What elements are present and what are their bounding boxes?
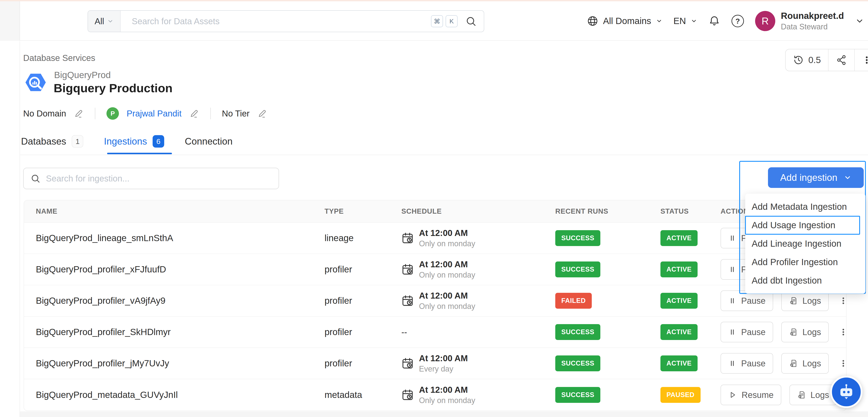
recent-run-badge[interactable]: SUCCESS (555, 355, 600, 371)
schedule-time: At 12:00 AM (419, 353, 468, 363)
row-menu-kebab-icon[interactable] (839, 296, 846, 305)
calendar-clock-icon (401, 357, 414, 370)
logs-icon (789, 328, 798, 336)
tab-label: Ingestions (104, 136, 147, 147)
edit-owner-pencil-icon[interactable] (189, 108, 199, 119)
version-label: 0.5 (808, 55, 821, 65)
table-header-row: NAME TYPE SCHEDULE RECENT RUNS STATUS AC… (24, 200, 846, 223)
recent-run-badge[interactable]: SUCCESS (555, 261, 600, 277)
recent-run-badge[interactable]: FAILED (555, 293, 592, 309)
ingestion-schedule: At 12:00 AM Every day (401, 353, 555, 374)
tab-connection[interactable]: Connection (185, 136, 233, 147)
user-role: Data Steward (781, 22, 844, 31)
owner-name[interactable]: Prajwal Pandit (127, 109, 182, 119)
edit-tier-pencil-icon[interactable] (257, 108, 267, 119)
recent-run-badge[interactable]: SUCCESS (555, 324, 600, 340)
search-scope-dropdown[interactable]: All (88, 11, 121, 32)
logs-icon (789, 296, 798, 305)
logs-button[interactable]: Logs (789, 385, 837, 405)
tab-databases[interactable]: Databases 1 (21, 135, 83, 148)
tab-ingestions[interactable]: Ingestions 6 (104, 135, 164, 148)
logs-icon (797, 391, 806, 399)
schedule-time: -- (401, 327, 407, 337)
menu-item[interactable]: Add dbt Ingestion (745, 271, 865, 290)
pause-resume-button[interactable]: Pause (720, 322, 773, 342)
more-options-kebab-icon[interactable] (855, 49, 868, 71)
domains-dropdown[interactable]: All Domains (587, 15, 662, 27)
table-row: BigQueryProd_profiler_xFJfuufD profiler … (24, 254, 846, 285)
search-icon[interactable] (465, 15, 476, 27)
chevron-down-icon (656, 18, 662, 24)
search-shortcut-group: ⌘ K (431, 15, 476, 27)
tab-count-badge: 6 (153, 135, 164, 148)
add-ingestion-label: Add ingestion (780, 172, 838, 183)
ingestion-type: profiler (324, 327, 401, 337)
ingestion-name[interactable]: BigQueryProd_metadata_GUVyJnIl (36, 390, 324, 400)
column-header-schedule: SCHEDULE (401, 207, 555, 215)
global-search-input[interactable] (121, 17, 431, 26)
share-button[interactable] (829, 49, 855, 71)
chat-bot-button[interactable] (830, 376, 862, 408)
chevron-down-icon[interactable] (855, 17, 864, 26)
page-bottom-band (20, 411, 868, 417)
schedule-time: At 12:00 AM (419, 385, 475, 395)
divider (210, 108, 211, 119)
domains-label: All Domains (603, 16, 651, 26)
user-profile-menu[interactable]: R Rounakpreet.d Data Steward (755, 11, 844, 31)
ingestion-name[interactable]: BigQueryProd_profiler_xFJfuufD (36, 264, 324, 275)
tab-label: Databases (21, 136, 66, 147)
ingestion-type: profiler (324, 264, 401, 275)
edit-domain-pencil-icon[interactable] (74, 108, 84, 119)
pause-icon (728, 297, 737, 305)
status-badge: ACTIVE (660, 355, 698, 371)
status-badge: PAUSED (660, 387, 701, 403)
breadcrumb[interactable]: Database Services (23, 53, 95, 63)
page-title: Bigquery Production (54, 81, 173, 95)
global-search-bar[interactable]: All ⌘ K (88, 10, 484, 32)
ingestion-name[interactable]: BigQueryProd_lineage_smLnSthA (36, 233, 324, 243)
language-dropdown[interactable]: EN (674, 16, 697, 26)
version-button[interactable]: 0.5 (785, 49, 829, 71)
row-menu-kebab-icon[interactable] (839, 359, 846, 368)
row-menu-kebab-icon[interactable] (839, 328, 846, 336)
schedule-time: At 12:00 AM (419, 260, 475, 269)
left-rail-top (0, 1, 20, 41)
search-scope-label: All (95, 17, 104, 26)
ingestion-name[interactable]: BigQueryProd_profiler_SkHDlmyr (36, 327, 324, 337)
column-header-name: NAME (36, 207, 324, 215)
divider (95, 108, 95, 119)
status-badge: ACTIVE (660, 230, 698, 246)
recent-run-badge[interactable]: SUCCESS (555, 230, 600, 246)
ingestion-type: lineage (324, 233, 401, 243)
service-name: BigQueryProd (54, 70, 111, 80)
tier-label: No Tier (222, 109, 250, 119)
schedule-frequency: Only on monday (419, 396, 475, 405)
help-icon[interactable]: ? (732, 15, 744, 27)
ingestions-table: NAME TYPE SCHEDULE RECENT RUNS STATUS AC… (24, 200, 846, 411)
schedule-frequency: Only on monday (419, 302, 475, 311)
recent-run-badge[interactable]: SUCCESS (555, 387, 600, 403)
ingestion-name[interactable]: BigQueryProd_profiler_jMy7UvJy (36, 358, 324, 368)
pause-resume-button[interactable]: Pause (720, 353, 773, 374)
ingestion-name[interactable]: BigQueryProd_profiler_vA9jfAy9 (36, 296, 324, 306)
logs-button[interactable]: Logs (781, 353, 829, 374)
add-ingestion-menu: Add Metadata Ingestion Add Usage Ingesti… (745, 194, 865, 294)
table-row: BigQueryProd_lineage_smLnSthA lineage At… (24, 223, 846, 254)
table-row: BigQueryProd_profiler_SkHDlmyr profiler … (24, 317, 846, 348)
menu-item[interactable]: Add Profiler Ingestion (745, 253, 865, 271)
logs-button[interactable]: Logs (781, 322, 829, 342)
pause-resume-button[interactable]: Resume (720, 385, 781, 405)
ingestion-type: profiler (324, 358, 401, 368)
chevron-down-icon (844, 174, 851, 182)
add-ingestion-button[interactable]: Add ingestion (768, 167, 864, 188)
ingestion-search-input[interactable] (46, 174, 272, 183)
chevron-down-icon (107, 18, 114, 25)
menu-item[interactable]: Add Usage Ingestion (745, 216, 860, 234)
ingestion-search-bar[interactable] (23, 168, 279, 189)
menu-item[interactable]: Add Lineage Ingestion (745, 234, 865, 253)
notifications-bell-icon[interactable] (708, 15, 720, 27)
pause-icon (728, 265, 737, 274)
menu-item[interactable]: Add Metadata Ingestion (745, 198, 865, 216)
active-tab-underline (107, 153, 172, 154)
calendar-clock-icon (401, 263, 414, 276)
